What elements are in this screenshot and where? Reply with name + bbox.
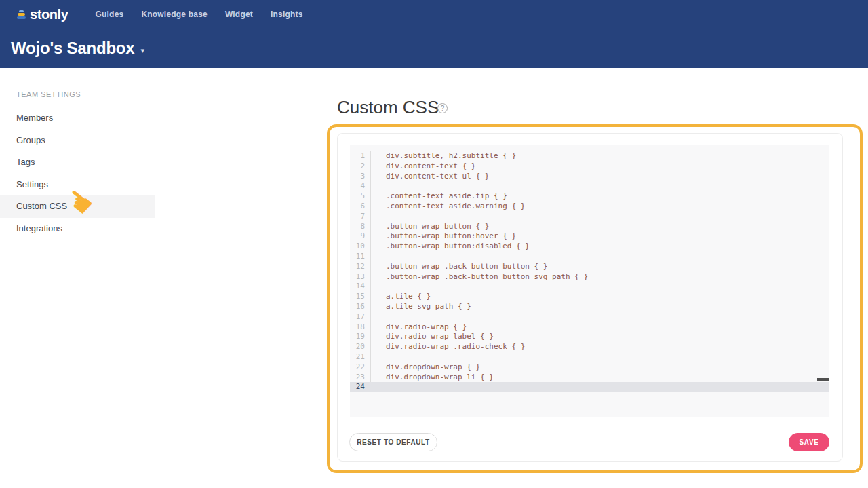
code-line[interactable]: 11 [350,252,829,262]
line-number: 12 [350,262,370,272]
workspace-switcher[interactable]: Wojo's Sandbox ▾ [11,39,144,58]
custom-css-card: 1div.subtitle, h2.subtitle { }2div.conte… [337,133,843,462]
sidebar-item-tags[interactable]: Tags [0,151,167,174]
code-text [370,282,829,292]
sidebar-item-integrations[interactable]: Integrations [0,218,167,240]
line-number: 20 [350,342,370,352]
code-line[interactable]: 7 [350,212,829,222]
line-number: 16 [350,302,370,312]
code-text [370,382,829,392]
code-text [370,212,829,222]
sidebar-menu: MembersGroupsTagsSettingsCustom CSSInteg… [0,107,167,240]
code-line[interactable]: 14 [350,282,829,292]
code-text: .button-wrap button { } [370,222,829,232]
line-number: 11 [350,252,370,262]
line-number: 21 [350,352,370,362]
code-line[interactable]: 10.button-wrap button:disabled { } [350,242,829,252]
line-number: 8 [350,222,370,232]
code-line[interactable]: 4 [350,181,829,191]
page: stonly GuidesKnowledge baseWidgetInsight… [0,0,868,488]
line-number: 24 [350,382,370,392]
stonly-logo-icon [16,10,26,19]
code-line[interactable]: 12.button-wrap .back-button button { } [350,262,829,272]
code-text: .button-wrap button:hover { } [370,231,829,242]
code-line[interactable]: 22div.dropdown-wrap { } [350,362,829,373]
code-text [370,312,829,322]
code-line[interactable]: 2div.content-text { } [350,162,829,172]
code-line[interactable]: 17 [350,312,829,322]
workspace-name: Wojo's Sandbox [11,39,134,58]
code-line[interactable]: 9.button-wrap button:hover { } [350,231,829,242]
css-code-editor[interactable]: 1div.subtitle, h2.subtitle { }2div.conte… [350,145,829,417]
line-number: 13 [350,272,370,282]
code-lines: 1div.subtitle, h2.subtitle { }2div.conte… [350,145,829,392]
code-line[interactable]: 19div.radio-wrap label { } [350,332,829,342]
code-text: div.content-text { } [370,162,829,172]
code-line[interactable]: 24 [350,382,829,392]
page-title: Custom CSS [337,97,439,118]
line-number: 9 [350,231,370,242]
code-line[interactable]: 16a.tile svg path { } [350,302,829,312]
line-number: 10 [350,242,370,252]
nav-item-guides[interactable]: Guides [96,10,124,19]
code-line[interactable]: 18div.radio-wrap { } [350,322,829,333]
code-text: .button-wrap .back-button button svg pat… [370,272,829,282]
code-text [370,181,829,191]
line-number: 18 [350,322,370,333]
code-text: a.tile { } [370,292,829,302]
logo-text: stonly [30,7,68,22]
save-button[interactable]: SAVE [789,433,829,451]
code-text: a.tile svg path { } [370,302,829,312]
code-line[interactable]: 23div.dropdown-wrap li { } [350,373,829,383]
line-number: 6 [350,202,370,212]
top-nav-row: stonly GuidesKnowledge baseWidgetInsight… [0,0,868,22]
line-number: 4 [350,181,370,191]
nav-item-knowledge-base[interactable]: Knowledge base [141,10,208,19]
sidebar-item-groups[interactable]: Groups [0,130,167,152]
code-text: .button-wrap .back-button button { } [370,262,829,272]
code-text: div.radio-wrap .radio-check { } [370,342,829,352]
code-text: div.radio-wrap label { } [370,332,829,342]
line-number: 15 [350,292,370,302]
chevron-down-icon: ▾ [140,46,144,55]
line-number: 14 [350,282,370,292]
code-line[interactable]: 15a.tile { } [350,292,829,302]
line-number: 19 [350,332,370,342]
line-number: 1 [350,151,370,162]
nav-item-widget[interactable]: Widget [225,10,253,19]
code-line[interactable]: 1div.subtitle, h2.subtitle { } [350,151,829,162]
highlight-border: 1div.subtitle, h2.subtitle { }2div.conte… [327,124,863,473]
code-line[interactable]: 21 [350,352,829,362]
code-line[interactable]: 5.content-text aside.tip { } [350,191,829,202]
code-text [370,352,829,362]
help-icon[interactable]: ? [437,103,448,113]
line-number: 17 [350,312,370,322]
code-text: div.dropdown-wrap li { } [370,373,829,383]
sidebar-item-settings[interactable]: Settings [0,174,167,196]
line-number: 2 [350,162,370,172]
code-line[interactable]: 8.button-wrap button { } [350,222,829,232]
sidebar-item-members[interactable]: Members [0,107,167,130]
line-number: 5 [350,191,370,202]
code-text: div.subtitle, h2.subtitle { } [370,151,829,162]
top-nav: GuidesKnowledge baseWidgetInsights [96,10,303,19]
sidebar-item-custom-css[interactable]: Custom CSS [0,195,155,218]
editor-scrollbar-thumb[interactable] [817,378,829,381]
line-number: 23 [350,373,370,383]
code-line[interactable]: 3div.content-text ul { } [350,172,829,182]
code-text [370,252,829,262]
code-text: .button-wrap button:disabled { } [370,242,829,252]
code-text: div.dropdown-wrap { } [370,362,829,373]
code-line[interactable]: 6.content-text aside.warning { } [350,202,829,212]
code-text: div.radio-wrap { } [370,322,829,333]
line-number: 7 [350,212,370,222]
code-text: .content-text aside.tip { } [370,191,829,202]
code-line[interactable]: 20div.radio-wrap .radio-check { } [350,342,829,352]
line-number: 3 [350,172,370,182]
nav-item-insights[interactable]: Insights [271,10,303,19]
reset-to-default-button[interactable]: RESET TO DEFAULT [349,433,437,451]
stonly-logo[interactable]: stonly [16,7,68,22]
sidebar: TEAM SETTINGS MembersGroupsTagsSettingsC… [0,68,167,488]
code-text: div.content-text ul { } [370,172,829,182]
code-line[interactable]: 13.button-wrap .back-button button svg p… [350,272,829,282]
